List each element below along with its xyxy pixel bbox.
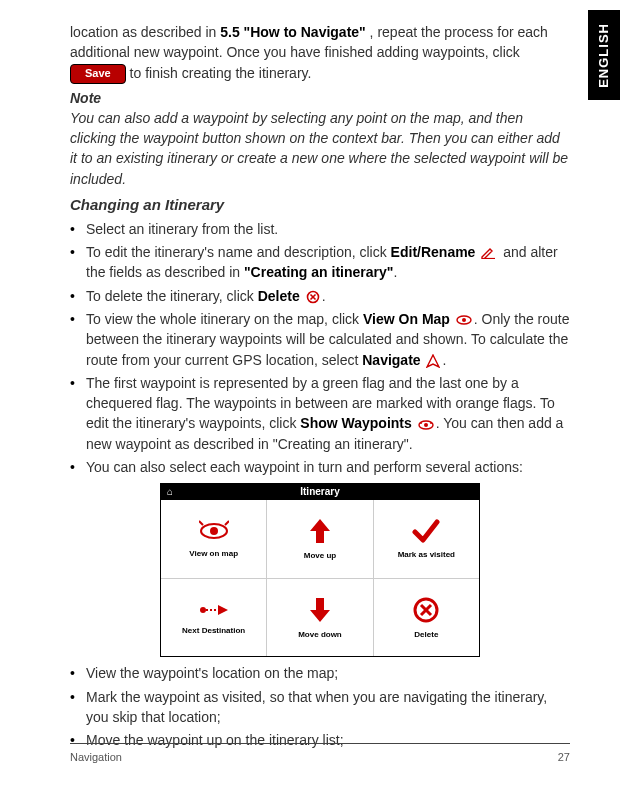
text: . [442,352,446,368]
text: To view the whole itinerary on the map, … [86,311,363,327]
itinerary-screenshot: ⌂ Itinerary View on map Move up Mark as … [160,483,480,657]
svg-point-5 [462,318,466,322]
cross-ref: 5.5 "How to Navigate" [220,24,366,40]
text: Mark the waypoint as visited, so that wh… [86,689,547,725]
svg-point-12 [200,607,206,613]
check-icon [412,518,440,544]
bullet-list-1: Select an itinerary from the list. To ed… [70,219,570,478]
language-label: ENGLISH [595,23,614,88]
text: You can also select each waypoint in tur… [86,459,523,475]
svg-point-7 [424,423,428,427]
action-label: Navigate [362,352,420,368]
list-item: Mark the waypoint as visited, so that wh… [70,687,570,728]
list-item: You can also select each waypoint in tur… [70,457,570,477]
svg-point-8 [420,422,422,424]
eye-map-icon [199,519,229,543]
figure-wrap: ⌂ Itinerary View on map Move up Mark as … [70,483,570,657]
list-item: To view the whole itinerary on the map, … [70,309,570,370]
page-footer: Navigation 27 [70,743,570,766]
figure-header: ⌂ Itinerary [161,484,479,500]
delete-icon [306,290,320,304]
list-item: To delete the itinerary, click Delete . [70,286,570,306]
text: Select an itinerary from the list. [86,221,278,237]
cell-label: Mark as visited [398,549,455,561]
language-tab: ENGLISH [588,10,620,100]
text: . [393,264,397,280]
page-number: 27 [558,750,570,766]
view-on-map-icon [456,314,472,326]
text: . [322,288,326,304]
next-dest-icon [198,600,230,620]
text: To delete the itinerary, click [86,288,258,304]
svg-point-9 [430,422,432,424]
bullet-list-2: View the waypoint's location on the map;… [70,663,570,750]
save-button[interactable]: Save [70,64,126,84]
edit-icon [481,247,497,259]
navigate-icon [426,354,440,368]
text: location as described in [70,24,220,40]
action-label: Show Waypoints [300,415,411,431]
cell-view-on-map: View on map [161,500,267,578]
delete-circle-icon [412,596,440,624]
cell-move-down: Move down [267,578,373,656]
arrow-up-icon [308,517,332,545]
show-waypoints-icon [418,419,434,431]
section-name: Navigation [70,750,122,766]
manual-page: ENGLISH location as described in 5.5 "Ho… [0,0,620,786]
cell-label: Move up [304,550,336,562]
intro-paragraph: location as described in 5.5 "How to Nav… [70,22,570,84]
cell-delete: Delete [374,578,479,656]
cross-ref: "Creating an itinerary" [244,264,393,280]
subheading: Changing an Itinerary [70,194,570,216]
list-item: The first waypoint is represented by a g… [70,373,570,454]
list-item: To edit the itinerary's name and descrip… [70,242,570,283]
list-item: View the waypoint's location on the map; [70,663,570,683]
cell-next-destination: Next Destination [161,578,267,656]
cell-mark-visited: Mark as visited [374,500,479,578]
home-icon: ⌂ [167,485,173,500]
action-label: View On Map [363,311,450,327]
note-heading: Note [70,88,570,108]
svg-point-11 [210,527,218,535]
list-item: Select an itinerary from the list. [70,219,570,239]
cell-label: Move down [298,629,342,641]
cell-label: Next Destination [182,625,245,637]
cell-label: View on map [189,548,238,560]
cell-move-up: Move up [267,500,373,578]
cell-label: Delete [414,629,438,641]
text: View the waypoint's location on the map; [86,665,338,681]
action-label: Edit/Rename [391,244,476,260]
action-label: Delete [258,288,300,304]
arrow-down-icon [308,596,332,624]
note-body: You can also add a waypoint by selecting… [70,108,570,189]
text: to finish creating the itinerary. [126,65,312,81]
text: To edit the itinerary's name and descrip… [86,244,391,260]
figure-title: Itinerary [300,485,339,500]
